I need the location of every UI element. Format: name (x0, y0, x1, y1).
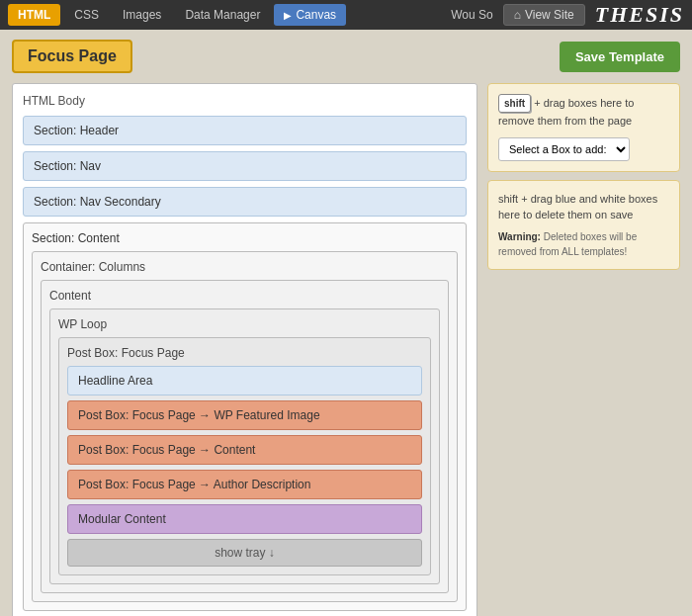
tab-html[interactable]: HTML (8, 4, 60, 26)
save-template-button[interactable]: Save Template (560, 42, 680, 72)
warning-label: Warning: (498, 231, 541, 242)
user-name: Wou So (451, 8, 492, 22)
right-panel: shift + drag boxes here to remove them f… (487, 83, 680, 616)
focus-page-badge: Focus Page (12, 40, 132, 73)
canvas-icon: ▶ (284, 10, 292, 21)
top-bar-right: Wou So ⌂ View Site THESIS (451, 2, 684, 28)
section-content-label: Section: Content (32, 231, 458, 245)
view-site-label: View Site (525, 8, 574, 22)
warning-box: shift + drag blue and white boxes here t… (487, 180, 680, 270)
container-columns: Container: Columns Content WP Loop Post … (32, 251, 458, 602)
shift-key-2: shift (498, 193, 518, 205)
tab-css[interactable]: CSS (64, 4, 109, 26)
section-content: Section: Content Container: Columns Cont… (23, 222, 467, 611)
page-header: Focus Page Save Template (0, 30, 692, 83)
headline-area[interactable]: Headline Area (67, 366, 422, 396)
post-box-item-1[interactable]: Post Box: Focus Page → Content (67, 435, 422, 465)
wp-loop-label: WP Loop (58, 317, 431, 331)
html-body-label: HTML Body (23, 94, 467, 108)
post-box-item-2[interactable]: Post Box: Focus Page → Author Descriptio… (67, 470, 422, 499)
view-site-button[interactable]: ⌂ View Site (503, 4, 585, 26)
section-nav[interactable]: Section: Nav (23, 151, 467, 181)
tab-images[interactable]: Images (113, 4, 171, 26)
post-box-item-0[interactable]: Post Box: Focus Page → WP Featured Image (67, 400, 422, 430)
warning-text: Warning: Deleted boxes will be removed f… (498, 229, 669, 259)
canvas-tab-label: Canvas (296, 8, 336, 22)
section-nav-secondary[interactable]: Section: Nav Secondary (23, 187, 467, 217)
show-tray-button[interactable]: show tray ↓ (67, 539, 422, 567)
content-block: Content WP Loop Post Box: Focus Page Hea… (41, 280, 449, 593)
thesis-logo: THESIS (595, 2, 684, 28)
modular-content-item[interactable]: Modular Content (67, 504, 422, 534)
post-box-block: Post Box: Focus Page Headline Area Post … (58, 337, 431, 575)
nav-tabs: HTML CSS Images Data Manager ▶ Canvas (8, 4, 346, 26)
info-box-remove: shift + drag boxes here to remove them f… (487, 83, 680, 172)
main-layout: HTML Body Section: Header Section: Nav S… (0, 83, 692, 616)
warning-box-text: + drag blue and white boxes here to dele… (498, 193, 657, 221)
shift-key-1: shift (498, 94, 531, 113)
section-header[interactable]: Section: Header (23, 116, 467, 145)
select-box-container: Select a Box to add: (498, 137, 669, 161)
left-panel: HTML Body Section: Header Section: Nav S… (12, 83, 477, 616)
top-bar: HTML CSS Images Data Manager ▶ Canvas Wo… (0, 0, 692, 30)
post-box-label: Post Box: Focus Page (67, 346, 422, 360)
home-icon: ⌂ (514, 8, 521, 22)
container-label: Container: Columns (41, 260, 449, 274)
tab-data-manager[interactable]: Data Manager (175, 4, 270, 26)
add-box-select[interactable]: Select a Box to add: (498, 137, 630, 161)
wp-loop-block: WP Loop Post Box: Focus Page Headline Ar… (49, 308, 440, 584)
content-label: Content (49, 289, 440, 303)
tab-canvas[interactable]: ▶ Canvas (274, 4, 346, 26)
